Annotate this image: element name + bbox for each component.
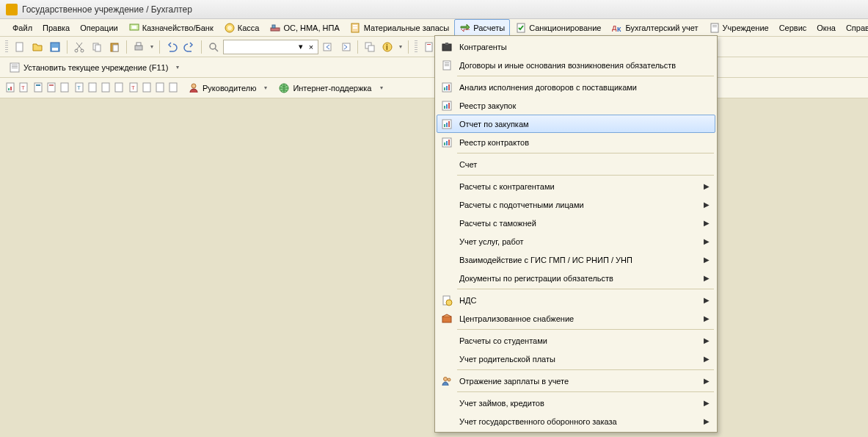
submenu-arrow-icon: ▶ [703, 274, 710, 282]
report-icon [154, 82, 166, 93]
tb3-btn-11[interactable] [141, 82, 153, 95]
svg-rect-27 [324, 43, 331, 51]
tb3-btn-3[interactable] [32, 82, 44, 95]
internet-support-label: Интернет-поддержка [293, 84, 371, 93]
windows-button[interactable] [362, 39, 378, 55]
dropdown-item[interactable]: Договоры и иные основания возникновения … [437, 56, 715, 74]
dropdown-item[interactable]: Взаимодействие с ГИС ГМП / ИС РНИП / УНП… [437, 250, 715, 269]
menu-calc[interactable]: Расчеты [454, 19, 510, 37]
svg-rect-43 [10, 87, 12, 90]
dropdown-arrow-icon[interactable]: ▾ [174, 64, 181, 71]
search-combo[interactable]: ▾ × [223, 40, 318, 54]
dropdown-item[interactable]: Расчеты с подотчетными лицами▶ [437, 195, 715, 214]
new-doc-button[interactable] [12, 39, 28, 55]
dropdown-item-label: Договоры и иные основания возникновения … [459, 61, 697, 70]
dropdown-arrow-icon[interactable]: ▾ [148, 43, 156, 50]
menu-help[interactable]: Справка [841, 21, 868, 35]
dropdown-item[interactable]: Реестр закупок [437, 96, 715, 115]
report-icon: T [18, 82, 29, 93]
dropdown-arrow-icon[interactable]: ▾ [378, 84, 385, 91]
dropdown-arrow-icon[interactable]: ▾ [262, 84, 269, 91]
menu-service[interactable]: Сервис [774, 21, 812, 35]
tb3-btn-4[interactable] [45, 82, 57, 95]
dropdown-item[interactable]: Реестр контрактов [437, 133, 715, 151]
nav-prev-button[interactable] [320, 39, 336, 55]
menu-edit[interactable]: Правка [37, 21, 75, 35]
doc-icon [423, 41, 435, 53]
dropdown-item[interactable]: НДС▶ [437, 291, 715, 309]
tb3-btn-8[interactable] [100, 82, 112, 95]
menu-windows[interactable]: Окна [812, 21, 841, 35]
dropdown-item[interactable]: Учет займов, кредитов▶ [437, 394, 715, 412]
tb3-btn-5[interactable] [59, 82, 70, 95]
dropdown-item-label: Учет услуг, работ [459, 237, 697, 246]
internet-support-button[interactable]: Интернет-поддержка [274, 80, 376, 96]
info-button[interactable]: i [379, 39, 395, 55]
submenu-arrow-icon: ▶ [703, 417, 710, 425]
dropdown-item[interactable]: Учет услуг, работ▶ [437, 232, 715, 250]
menu-institution[interactable]: Учреждение [704, 19, 774, 37]
dropdown-item[interactable]: Анализ исполнения договоров с поставщика… [437, 78, 715, 96]
tb3-btn-6[interactable]: T [73, 82, 85, 95]
menu-sanction[interactable]: Санкционирование [510, 19, 606, 37]
menu-operations[interactable]: Операции [75, 21, 123, 35]
separator [357, 40, 358, 54]
tb3-btn-2[interactable]: T [18, 82, 29, 95]
print-button[interactable] [131, 39, 147, 55]
dropdown-item[interactable]: Учет родительской платы▶ [437, 350, 715, 368]
search-button[interactable] [205, 39, 222, 55]
dropdown-item[interactable]: Документы по регистрации обязательств▶ [437, 269, 715, 287]
report-icon [45, 82, 57, 93]
dropdown-item[interactable]: Централизованное снабжение▶ [437, 309, 715, 328]
svg-rect-33 [426, 43, 432, 51]
svg-text:К: К [617, 26, 621, 33]
dropdown-item[interactable]: Контрагенты [437, 37, 715, 56]
tb3-btn-9[interactable] [113, 82, 125, 95]
tb3-btn-1[interactable] [4, 82, 16, 95]
save-button[interactable] [47, 39, 63, 55]
dropdown-item[interactable]: Отражение зарплаты в учете▶ [437, 372, 715, 390]
tb3-btn-13[interactable] [167, 82, 179, 95]
report-icon [87, 82, 98, 93]
menu-file[interactable]: Файл [7, 21, 37, 35]
tb3-btn-7[interactable] [87, 82, 98, 95]
tb3-btn-10[interactable]: T [128, 82, 139, 95]
svg-rect-15 [16, 43, 23, 51]
svg-point-61 [192, 84, 196, 88]
svg-rect-30 [368, 46, 374, 51]
manager-button[interactable]: Руководителю [183, 80, 260, 96]
menu-accounting[interactable]: ДК Бухгалтерский учет [606, 19, 703, 37]
menu-materials[interactable]: Материальные запасы [345, 19, 455, 37]
set-institution-button[interactable]: Установить текущее учреждение (F11) [4, 59, 172, 76]
cut-button[interactable] [71, 39, 87, 55]
dropdown-item[interactable]: Отчет по закупкам [437, 115, 715, 133]
copy-button[interactable] [89, 39, 105, 55]
open-button[interactable] [29, 39, 45, 55]
dropdown-item[interactable]: Учет государственного оборонного заказа▶ [437, 412, 715, 430]
dropdown-item[interactable]: Расчеты со студентами▶ [437, 331, 715, 350]
dropdown-item[interactable]: Счет [437, 155, 715, 173]
tb3-btn-12[interactable] [154, 82, 166, 95]
dropdown-item[interactable]: Расчеты с таможней▶ [437, 214, 715, 232]
menu-treasury[interactable]: Казначейство/Банк [123, 19, 219, 37]
menu-cash-label: Касса [238, 24, 260, 32]
submenu-arrow-icon: ▶ [703, 219, 710, 227]
svg-text:i: i [386, 43, 388, 51]
submenu-arrow-icon: ▶ [703, 336, 710, 344]
dropdown-item-label: Расчеты с таможней [459, 219, 697, 228]
menu-calc-label: Расчеты [473, 24, 505, 32]
paste-button[interactable] [106, 39, 123, 55]
menu-separator [457, 289, 714, 289]
dropdown-item[interactable]: Расчеты с контрагентами▶ [437, 177, 715, 195]
redo-button[interactable] [181, 39, 197, 55]
menu-os[interactable]: ОС, НМА, НПА [264, 19, 344, 37]
contragents-icon [440, 41, 453, 53]
undo-button[interactable] [164, 39, 180, 55]
nav-next-button[interactable] [338, 39, 354, 55]
doc-icon [440, 59, 453, 71]
svg-rect-50 [61, 83, 68, 92]
menu-cash[interactable]: Касса [219, 19, 265, 37]
svg-rect-71 [446, 86, 448, 90]
menu-accounting-label: Бухгалтерский учет [625, 24, 698, 32]
dropdown-arrow-icon[interactable]: ▾ [397, 43, 404, 50]
